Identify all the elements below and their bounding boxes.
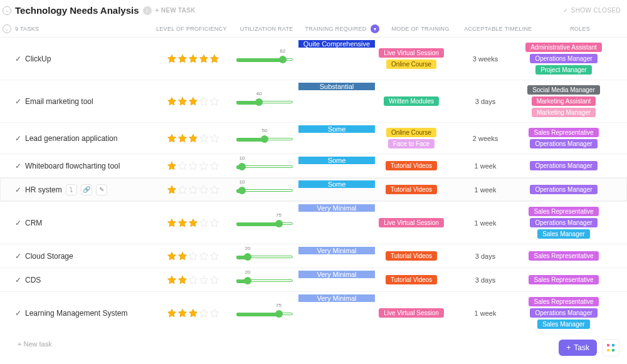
task-name[interactable]: CRM bbox=[25, 219, 155, 227]
task-name[interactable]: HR system⤵🔗✎ bbox=[25, 184, 155, 195]
apps-button[interactable] bbox=[602, 339, 619, 356]
mode-of-training[interactable]: Live Virtual SessionOnline Course bbox=[375, 46, 448, 71]
new-task-bottom[interactable]: + New task bbox=[0, 334, 627, 354]
timeline-cell[interactable]: 3 days bbox=[448, 252, 523, 260]
roles-cell[interactable]: Sales Representative bbox=[523, 273, 604, 287]
training-required-cell[interactable]: Some bbox=[298, 180, 375, 188]
new-task-top[interactable]: + NEW TASK bbox=[155, 7, 196, 14]
proficiency-stars[interactable] bbox=[155, 185, 231, 195]
task-status-icon[interactable]: ✓ bbox=[15, 252, 25, 261]
task-name[interactable]: CDS bbox=[25, 276, 155, 284]
proficiency-stars[interactable] bbox=[155, 54, 231, 64]
task-status-icon[interactable]: ✓ bbox=[15, 55, 25, 63]
timeline-cell[interactable]: 1 week bbox=[448, 162, 523, 170]
proficiency-stars[interactable] bbox=[155, 218, 231, 228]
utilization-slider[interactable]: 75 bbox=[231, 309, 298, 318]
training-required-cell[interactable]: Some bbox=[298, 157, 375, 164]
link-icon[interactable]: 🔗 bbox=[81, 184, 92, 195]
proficiency-stars[interactable] bbox=[155, 275, 231, 285]
training-required-cell[interactable]: Very Minimal bbox=[298, 271, 375, 278]
collapse-tasks[interactable]: ⌄ bbox=[3, 24, 11, 33]
col-training[interactable]: TRAINING REQUIRED ▾ bbox=[304, 24, 381, 33]
training-required-cell[interactable]: Very Minimal bbox=[298, 204, 375, 212]
task-row[interactable]: ✓Email marketing tool 40 SubstantialWrit… bbox=[0, 80, 627, 122]
star-filled-icon bbox=[177, 308, 187, 318]
create-task-button[interactable]: + Task bbox=[559, 340, 597, 356]
roles-cell[interactable]: Sales RepresentativeOperations ManagerSa… bbox=[523, 294, 604, 331]
utilization-slider[interactable]: 50 bbox=[231, 134, 298, 143]
training-required-cell[interactable]: Substantial bbox=[298, 83, 375, 90]
roles-cell[interactable]: Social Media ManagerMarketing AssistantM… bbox=[523, 83, 604, 120]
task-status-icon[interactable]: ✓ bbox=[15, 219, 25, 227]
roles-cell[interactable]: Sales Representative bbox=[523, 249, 604, 263]
mode-of-training[interactable]: Online CourseFace to Face bbox=[375, 125, 448, 151]
task-status-icon[interactable]: ✓ bbox=[15, 276, 25, 284]
training-required-cell[interactable]: Quite Comprehensive bbox=[298, 40, 375, 48]
utilization-slider[interactable]: 75 bbox=[231, 219, 298, 227]
task-row[interactable]: ✓HR system⤵🔗✎ 10 SomeTutorial Videos1 we… bbox=[0, 177, 627, 201]
star-filled-icon bbox=[167, 96, 177, 107]
utilization-slider[interactable]: 10 bbox=[231, 162, 298, 170]
timeline-cell[interactable]: 3 days bbox=[448, 276, 523, 284]
timeline-cell[interactable]: 3 weeks bbox=[448, 55, 523, 63]
roles-cell[interactable]: Sales RepresentativeOperations Manager bbox=[523, 125, 604, 151]
timeline-cell[interactable]: 2 weeks bbox=[448, 135, 523, 142]
task-name[interactable]: ClickUp bbox=[25, 55, 155, 63]
task-row[interactable]: ✓Lead generation application 50 SomeOnli… bbox=[0, 122, 627, 153]
task-row[interactable]: ✓Learning Management System 75 Very Mini… bbox=[0, 291, 627, 334]
col-mode[interactable]: MODE OF TRAINING bbox=[384, 26, 457, 32]
utilization-slider[interactable]: 82 bbox=[231, 55, 298, 63]
col-timeline[interactable]: ACCEPTABLE TIMELINE bbox=[461, 26, 536, 32]
proficiency-stars[interactable] bbox=[155, 133, 231, 143]
training-required-cell[interactable]: Very Minimal bbox=[298, 294, 375, 302]
utilization-slider[interactable]: 20 bbox=[231, 252, 298, 261]
task-row[interactable]: ✓CDS 20 Very MinimalTutorial Videos3 day… bbox=[0, 268, 627, 291]
mode-of-training[interactable]: Live Virtual Session bbox=[375, 306, 448, 320]
task-row[interactable]: ✓Cloud Storage 20 Very MinimalTutorial V… bbox=[0, 244, 627, 268]
task-status-icon[interactable]: ✓ bbox=[15, 185, 25, 194]
roles-cell[interactable]: Administrative AssistantOperations Manag… bbox=[523, 40, 604, 77]
task-status-icon[interactable]: ✓ bbox=[15, 309, 25, 318]
proficiency-stars[interactable] bbox=[155, 96, 231, 107]
task-name[interactable]: Whiteboard flowcharting tool bbox=[25, 162, 155, 170]
col-proficiency[interactable]: LEVEL OF PROFICIENCY bbox=[154, 26, 229, 32]
timeline-cell[interactable]: 3 days bbox=[448, 98, 523, 105]
mode-of-training[interactable]: Tutorial Videos bbox=[375, 182, 448, 197]
mode-of-training[interactable]: Written Modules bbox=[375, 94, 448, 108]
task-row[interactable]: ✓CRM 75 Very MinimalLive Virtual Session… bbox=[0, 201, 627, 244]
proficiency-stars[interactable] bbox=[155, 251, 231, 261]
subtask-icon[interactable]: ⤵ bbox=[66, 184, 77, 195]
col-roles[interactable]: ROLES bbox=[539, 26, 621, 32]
task-name[interactable]: Cloud Storage bbox=[25, 252, 155, 261]
training-required-cell[interactable]: Very Minimal bbox=[298, 247, 375, 254]
timeline-cell[interactable]: 1 week bbox=[448, 219, 523, 227]
task-name[interactable]: Learning Management System bbox=[25, 309, 155, 318]
roles-cell[interactable]: Operations Manager bbox=[523, 182, 604, 197]
utilization-slider[interactable]: 20 bbox=[231, 276, 298, 284]
info-icon[interactable]: i bbox=[143, 6, 152, 15]
task-name[interactable]: Lead generation application bbox=[25, 134, 155, 143]
task-status-icon[interactable]: ✓ bbox=[15, 97, 25, 106]
mode-of-training[interactable]: Tutorial Videos bbox=[375, 273, 448, 287]
utilization-slider[interactable]: 40 bbox=[231, 97, 298, 106]
task-name[interactable]: Email marketing tool bbox=[25, 97, 155, 106]
col-utilization[interactable]: UTILIZATION RATE bbox=[233, 26, 300, 32]
mode-of-training[interactable]: Live Virtual Session bbox=[375, 216, 448, 230]
task-row[interactable]: ✓Whiteboard flowcharting tool 10 SomeTut… bbox=[0, 153, 627, 177]
roles-cell[interactable]: Operations Manager bbox=[523, 159, 604, 173]
task-row[interactable]: ✓ClickUp 82 Quite ComprehensiveLive Virt… bbox=[0, 37, 627, 80]
show-closed-toggle[interactable]: ✓ SHOW CLOSED bbox=[563, 7, 621, 14]
edit-icon[interactable]: ✎ bbox=[96, 184, 107, 195]
proficiency-stars[interactable] bbox=[155, 161, 231, 171]
proficiency-stars[interactable] bbox=[155, 308, 231, 318]
mode-of-training[interactable]: Tutorial Videos bbox=[375, 249, 448, 263]
utilization-slider[interactable]: 10 bbox=[231, 185, 298, 194]
task-status-icon[interactable]: ✓ bbox=[15, 134, 25, 143]
task-status-icon[interactable]: ✓ bbox=[15, 162, 25, 170]
training-required-cell[interactable]: Some bbox=[298, 125, 375, 133]
mode-of-training[interactable]: Tutorial Videos bbox=[375, 159, 448, 173]
timeline-cell[interactable]: 1 week bbox=[448, 186, 523, 194]
timeline-cell[interactable]: 1 week bbox=[448, 309, 523, 317]
collapse-toggle[interactable]: ⌄ bbox=[3, 6, 11, 15]
roles-cell[interactable]: Sales RepresentativeOperations ManagerSa… bbox=[523, 204, 604, 241]
